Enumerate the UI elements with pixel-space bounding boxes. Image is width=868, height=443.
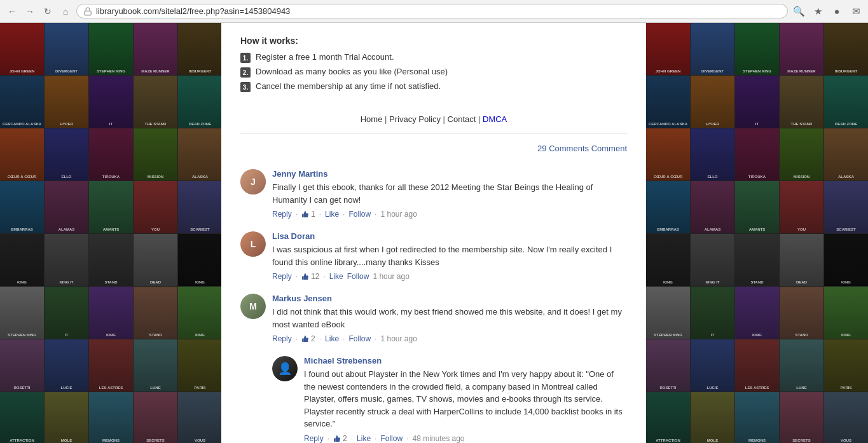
step-1: 1. Register a free 1 month Trial Account… bbox=[240, 52, 627, 63]
lisa-like-link[interactable]: Like bbox=[329, 272, 343, 281]
comment-lisa: L Lisa Doran I was suspicious at first w… bbox=[240, 231, 627, 281]
profile-icon[interactable]: ● bbox=[830, 4, 844, 18]
book-cell: AMANTS bbox=[735, 181, 779, 233]
sep2: | bbox=[443, 114, 448, 124]
comment-lisa-actions: Reply · 12 · Like Follow 1 hour ago bbox=[272, 272, 627, 281]
comment-markus-name[interactable]: Markus Jensen bbox=[272, 294, 627, 303]
lisa-reply-link[interactable]: Reply bbox=[272, 272, 292, 281]
book-cell: KING IT bbox=[691, 234, 734, 286]
comment-lisa-name[interactable]: Lisa Doran bbox=[272, 231, 627, 241]
avatar-markus-initial: M bbox=[249, 301, 257, 311]
forward-button[interactable]: → bbox=[23, 4, 37, 18]
book-cell: MAZE RUNNER bbox=[134, 23, 177, 75]
book-cell: STAND bbox=[735, 234, 779, 286]
jenny-like-link[interactable]: Like bbox=[325, 210, 339, 219]
avatar-markus: M bbox=[240, 294, 266, 319]
book-cell: SCARIEST bbox=[824, 181, 868, 233]
browser-chrome: ← → ↻ ⌂ libraryubook.com/sitelal2/free.p… bbox=[0, 0, 868, 23]
book-cell: MISSION bbox=[134, 128, 177, 181]
book-cell: THE STAND bbox=[134, 76, 177, 128]
book-cell: LES ASTRES bbox=[89, 339, 133, 392]
markus-follow-link[interactable]: Follow bbox=[348, 334, 371, 343]
jenny-reply-link[interactable]: Reply bbox=[272, 210, 292, 219]
comments-header: 29 Comments Comment bbox=[240, 144, 627, 156]
refresh-button[interactable]: ↻ bbox=[41, 4, 55, 18]
book-cell: ELLO bbox=[45, 128, 88, 181]
comments-count-link[interactable]: 29 Comments bbox=[537, 144, 589, 153]
book-cell: SCARIEST bbox=[178, 181, 221, 233]
dmca-link[interactable]: DMCA bbox=[483, 114, 507, 124]
jenny-follow-link[interactable]: Follow bbox=[348, 210, 371, 219]
book-cell: DEAD ZONE bbox=[178, 76, 221, 128]
book-cell: KING bbox=[735, 287, 779, 339]
book-cell: HYPER bbox=[45, 76, 88, 128]
avatar-jenny: J bbox=[240, 169, 266, 194]
book-cell: YOU bbox=[134, 181, 177, 233]
address-bar[interactable]: libraryubook.com/sitelal2/free.php?asin=… bbox=[76, 4, 788, 18]
avatar-lisa: L bbox=[240, 231, 266, 257]
book-cell: ALAMAS bbox=[691, 181, 734, 233]
contact-link[interactable]: Contact bbox=[448, 114, 476, 124]
comment-jenny-name[interactable]: Jenny Martins bbox=[272, 169, 627, 179]
book-cell: ATTRACTION bbox=[646, 392, 690, 443]
back-button[interactable]: ← bbox=[5, 4, 19, 18]
book-cell: PARIS bbox=[824, 339, 868, 392]
comment-markus-text: I did not think that this would work, my… bbox=[272, 306, 627, 331]
mail-icon[interactable]: ✉ bbox=[849, 4, 863, 18]
comment-michael-name[interactable]: Michael Strebensen bbox=[304, 356, 627, 365]
book-cell: STEPHEN KING bbox=[735, 23, 779, 75]
michael-sep1: · bbox=[327, 434, 329, 443]
book-cell: STAND bbox=[89, 234, 133, 286]
book-cell: CŒUR À CŒUR bbox=[646, 128, 690, 181]
step-3: 3. Cancel the membership at any time if … bbox=[240, 81, 627, 92]
home-button[interactable]: ⌂ bbox=[59, 4, 72, 18]
book-cell: SECRETS bbox=[134, 392, 177, 443]
book-cell: ATTRACTION bbox=[0, 392, 44, 443]
book-cell: ELLO bbox=[691, 128, 734, 181]
step-2: 2. Download as many books as you like (P… bbox=[240, 67, 627, 78]
main-content: How it works: 1. Register a free 1 month… bbox=[221, 23, 646, 443]
comment-michael: 👤 Michael Strebensen I found out about P… bbox=[272, 356, 627, 443]
book-cell: ALASKA bbox=[178, 128, 221, 181]
michael-like-link[interactable]: Like bbox=[357, 434, 371, 443]
lisa-like-thumb[interactable]: 12 bbox=[301, 272, 319, 281]
step-1-badge: 1. bbox=[240, 53, 251, 63]
thumb-up-icon bbox=[301, 210, 309, 218]
lisa-timestamp: 1 hour ago bbox=[373, 272, 409, 281]
book-cell: KING bbox=[178, 287, 221, 339]
book-cell: STAND bbox=[780, 287, 823, 339]
book-cell: PARIS bbox=[178, 339, 221, 392]
privacy-link[interactable]: Privacy Policy bbox=[389, 114, 441, 124]
search-icon[interactable]: 🔍 bbox=[792, 4, 806, 18]
book-cell: IT bbox=[45, 287, 88, 339]
michael-sep3: · bbox=[375, 434, 376, 443]
book-cell: INSURGENT bbox=[824, 23, 868, 75]
book-cell: EMBARRAS bbox=[646, 181, 690, 233]
book-cell: EMBARRAS bbox=[0, 181, 44, 233]
lisa-like-count: 12 bbox=[311, 272, 319, 281]
book-cell: IT bbox=[691, 287, 734, 339]
markus-reply-link[interactable]: Reply bbox=[272, 334, 292, 343]
book-cell: ROSETTI bbox=[0, 339, 44, 392]
markus-like-thumb[interactable]: 2 bbox=[301, 334, 315, 343]
michael-follow-link[interactable]: Follow bbox=[380, 434, 403, 443]
jenny-sep1: · bbox=[296, 210, 298, 219]
book-cell: LUNE bbox=[134, 339, 177, 392]
url-text: libraryubook.com/sitelal2/free.php?asin=… bbox=[96, 6, 781, 16]
lisa-sep1: · bbox=[296, 272, 298, 281]
michael-reply-link[interactable]: Reply bbox=[304, 434, 324, 443]
book-cell: KING bbox=[0, 234, 44, 286]
michael-timestamp: 48 minutes ago bbox=[412, 434, 464, 443]
jenny-like-thumb[interactable]: 1 bbox=[301, 210, 315, 219]
book-cell: TIROUKA bbox=[89, 128, 133, 181]
lisa-follow-link[interactable]: Follow bbox=[347, 272, 369, 281]
markus-timestamp: 1 hour ago bbox=[380, 334, 417, 343]
home-link[interactable]: Home bbox=[361, 114, 383, 124]
comment-lisa-body: Lisa Doran I was suspicious at first whe… bbox=[272, 231, 627, 281]
michael-like-count: 2 bbox=[343, 434, 347, 443]
comment-action-link[interactable]: Comment bbox=[591, 144, 627, 153]
michael-like-thumb[interactable]: 2 bbox=[333, 434, 347, 443]
bookmark-star-icon[interactable]: ★ bbox=[811, 4, 825, 18]
step-2-badge: 2. bbox=[240, 67, 251, 78]
markus-like-link[interactable]: Like bbox=[325, 334, 339, 343]
